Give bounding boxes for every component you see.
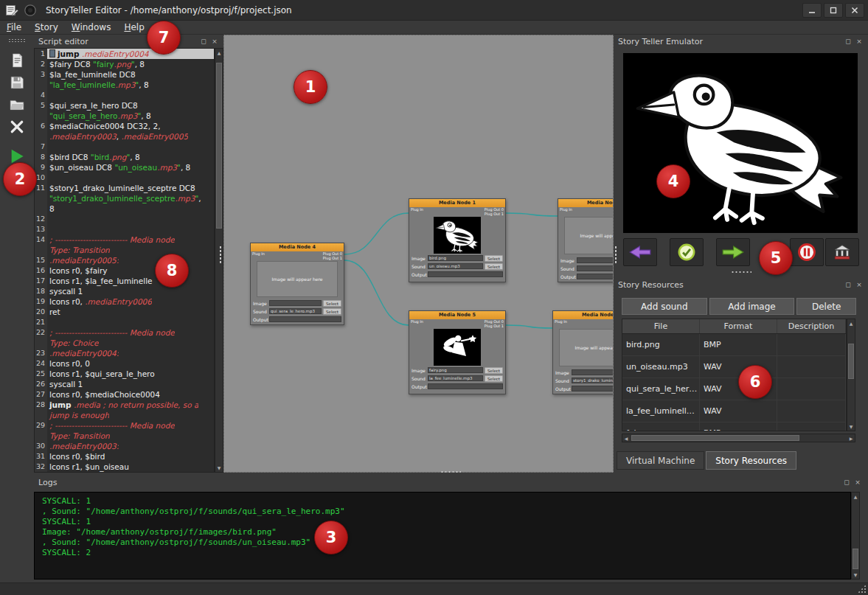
minimize-button[interactable] <box>802 3 822 18</box>
media-node[interactable]: Media Node 2Plug InPlug Out 0Plug Out 1I… <box>558 198 614 282</box>
editor-row[interactable]: Type: Choice <box>35 338 214 348</box>
panel-close-icon[interactable]: × <box>853 478 862 487</box>
editor-row[interactable]: 6$mediaChoice0004 DC32, 2, <box>35 121 214 131</box>
editor-row[interactable]: "la_fee_luminelle.mp3", 8 <box>35 80 214 90</box>
editor-row[interactable]: Type: Transition <box>35 431 214 441</box>
editor-row[interactable]: 9$un_oiseau DC8 "un_oiseau.mp3", 8 <box>35 162 214 173</box>
editor-row[interactable]: 8$bird DC8 "bird.png", 8 <box>35 152 214 162</box>
editor-row[interactable]: 29; -------------------------- Media nod… <box>35 420 214 431</box>
pause-button[interactable] <box>790 238 824 266</box>
editor-row[interactable]: 20ret <box>35 307 214 317</box>
panel-float-icon[interactable]: ◻ <box>844 280 853 289</box>
logs-scrollbar[interactable]: ▲ ▼ <box>851 492 860 580</box>
editor-row[interactable]: 11$story1_drako_luminelle_sceptre DC8 <box>35 183 214 193</box>
maximize-button[interactable] <box>824 3 843 18</box>
editor-row[interactable]: 1jump .mediaEntry0004 <box>35 49 214 59</box>
editor-row[interactable]: 2$fairy DC8 "fairy.png", 8 <box>35 59 214 69</box>
editor-row[interactable]: 28jump .media ; no return possible, so a <box>35 400 214 410</box>
editor-row[interactable]: 21 <box>35 317 214 327</box>
editor-row[interactable]: 14; -------------------------- Media nod… <box>35 234 214 245</box>
splitter-canvas-right[interactable] <box>614 246 617 263</box>
editor-row[interactable]: 7 <box>35 142 214 152</box>
scrollbar-track[interactable] <box>847 327 855 422</box>
next-button[interactable] <box>716 238 750 266</box>
scrollbar-track[interactable] <box>852 501 859 571</box>
select-button[interactable]: Select <box>485 367 503 374</box>
select-button[interactable]: Select <box>485 255 503 262</box>
menu-help[interactable]: Help <box>117 21 150 35</box>
media-node[interactable]: Media Node 4Plug InPlug Out 0Plug Out 1I… <box>250 243 344 325</box>
splitter-script-canvas[interactable] <box>219 246 222 263</box>
add-image-button[interactable]: Add image <box>709 298 795 315</box>
scroll-down-icon[interactable]: ▼ <box>215 464 223 472</box>
panel-close-icon[interactable]: × <box>855 280 864 289</box>
save-button[interactable] <box>5 72 29 93</box>
media-node[interactable]: Media Node 5Plug InPlug Out 0Plug Out 1I… <box>409 310 506 394</box>
delete-button[interactable]: Delete <box>796 298 856 315</box>
scroll-down-icon[interactable]: ▼ <box>847 422 855 431</box>
code-editor[interactable]: 1jump .mediaEntry00042$fairy DC8 "fairy.… <box>34 48 215 473</box>
editor-row[interactable]: 8 <box>35 203 214 214</box>
scroll-right-icon[interactable]: ▶ <box>847 434 855 442</box>
panel-float-icon[interactable]: ◻ <box>199 37 208 46</box>
resource-table-hscrollbar[interactable]: ◀ ▶ <box>622 434 855 442</box>
scroll-up-icon[interactable]: ▲ <box>852 493 859 501</box>
table-row[interactable]: la_fee_luminelle.mp3WAV <box>622 400 846 422</box>
editor-row[interactable]: 22; -------------------------- Media nod… <box>35 327 214 338</box>
table-row[interactable]: qui_sera_le_hero.mp3WAV <box>622 378 846 400</box>
editor-row[interactable]: 27lcons r0, $mediaChoice0004 <box>35 389 214 400</box>
toolbar-grip[interactable] <box>8 38 26 43</box>
menu-windows[interactable]: Windows <box>65 21 118 35</box>
select-button[interactable]: Select <box>485 375 503 382</box>
editor-row[interactable]: 18syscall 1 <box>35 286 214 296</box>
editor-row[interactable]: jump is enough <box>35 410 214 420</box>
menu-story[interactable]: Story <box>28 21 65 35</box>
splitter-emulator-resources[interactable] <box>731 271 751 274</box>
column-header-file[interactable]: File <box>622 319 700 333</box>
close-project-button[interactable] <box>5 116 29 137</box>
editor-row[interactable]: "qui_sera_le_hero.mp3", 8 <box>35 111 214 121</box>
open-button[interactable] <box>5 94 29 115</box>
editor-row[interactable]: 5$qui_sera_le_hero DC8 <box>35 100 214 111</box>
editor-row[interactable]: Type: Transition <box>35 245 214 255</box>
editor-row[interactable]: 12 <box>35 214 214 224</box>
tab-virtual-machine[interactable]: Virtual Machine <box>617 451 704 470</box>
validate-button[interactable] <box>670 238 704 266</box>
resize-grip[interactable] <box>858 585 866 593</box>
editor-row[interactable]: 13 <box>35 224 214 234</box>
column-header-description[interactable]: Description <box>777 319 846 333</box>
log-output[interactable]: SYSCALL: 1, Sound: "/home/anthony/ostpro… <box>34 492 851 580</box>
select-button[interactable]: Select <box>323 300 341 307</box>
editor-row[interactable]: 23.mediaEntry0004: <box>35 348 214 358</box>
editor-row[interactable]: 4 <box>35 90 214 100</box>
scroll-down-icon[interactable]: ▼ <box>852 571 859 579</box>
panel-float-icon[interactable]: ◻ <box>844 37 853 46</box>
scroll-up-icon[interactable]: ▲ <box>847 319 855 327</box>
table-row[interactable]: un_oiseau.mp3WAV <box>622 356 846 378</box>
select-button[interactable]: Select <box>485 263 503 270</box>
scroll-up-icon[interactable]: ▲ <box>215 49 223 57</box>
media-node[interactable]: Media Node 3Plug InPlug Out 0Plug Out 1I… <box>552 310 614 394</box>
media-node[interactable]: Media Node 1Plug InPlug Out 0Plug Out 1I… <box>409 198 506 282</box>
add-sound-button[interactable]: Add sound <box>622 298 707 315</box>
editor-row[interactable]: "story1_drako_luminelle_sceptre.mp3", <box>35 193 214 203</box>
scrollbar-thumb[interactable] <box>853 549 858 569</box>
table-row[interactable]: bird.pngBMP <box>622 334 846 356</box>
scroll-left-icon[interactable]: ◀ <box>622 434 630 442</box>
resource-table-vscrollbar[interactable]: ▲ ▼ <box>847 319 855 431</box>
scrollbar-thumb[interactable] <box>216 63 222 229</box>
editor-row[interactable]: 26syscall 1 <box>35 379 214 389</box>
scrollbar-track[interactable] <box>630 434 847 442</box>
panel-close-icon[interactable]: × <box>210 37 219 46</box>
close-button[interactable] <box>845 3 864 18</box>
editor-row[interactable]: 3$la_fee_luminelle DC8 <box>35 69 214 80</box>
new-script-button[interactable] <box>5 50 29 71</box>
panel-float-icon[interactable]: ◻ <box>842 478 851 487</box>
editor-row[interactable]: 19lcons r0, .mediaEntry0006 <box>35 296 214 307</box>
scrollbar-thumb[interactable] <box>848 344 854 379</box>
editor-row[interactable]: 10 <box>35 173 214 183</box>
editor-row[interactable]: 25lcons r1, $qui_sera_le_hero <box>35 369 214 379</box>
tab-story-resources[interactable]: Story Resources <box>706 451 796 470</box>
editor-row[interactable]: 32lcons r1, $un_oiseau <box>35 462 214 472</box>
select-button[interactable]: Select <box>323 308 341 315</box>
